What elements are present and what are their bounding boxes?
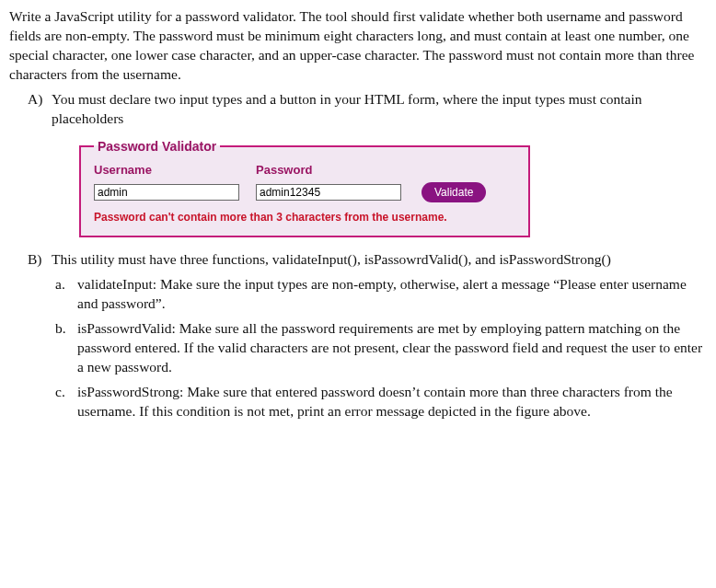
row-inputs: Validate xyxy=(94,182,515,202)
validator-fieldset: Password Validator Username Password Val… xyxy=(79,138,530,238)
item-a: A) You must declare two input types and … xyxy=(28,90,703,129)
row-labels: Username Password xyxy=(94,162,515,179)
subitem-c: c. isPasswordStrong: Make sure that ente… xyxy=(55,383,703,421)
subitem-b-text: isPassowrdValid: Make sure all the passw… xyxy=(77,319,703,377)
validator-legend: Password Validator xyxy=(94,138,220,156)
item-b-marker: B) xyxy=(28,250,52,270)
subitem-c-text: isPasswordStrong: Make sure that entered… xyxy=(77,383,703,421)
item-a-text: You must declare two input types and a b… xyxy=(52,90,703,129)
error-message: Password can't contain more than 3 chara… xyxy=(94,210,515,225)
password-input[interactable] xyxy=(256,184,401,201)
subitem-c-marker: c. xyxy=(55,383,77,421)
subitem-a-text: validateInput: Make sure the input types… xyxy=(77,275,703,314)
subitem-a: a. validateInput: Make sure the input ty… xyxy=(55,275,703,314)
item-a-marker: A) xyxy=(28,90,52,129)
subitem-a-marker: a. xyxy=(55,275,77,314)
subitem-b: b. isPassowrdValid: Make sure all the pa… xyxy=(55,319,703,377)
username-input[interactable] xyxy=(94,184,239,201)
username-label: Username xyxy=(94,162,256,179)
item-b-text: This utility must have three functions, … xyxy=(52,250,703,270)
subitem-b-marker: b. xyxy=(55,319,77,377)
validate-button[interactable]: Validate xyxy=(422,182,486,202)
password-label: Password xyxy=(256,162,418,179)
problem-intro: Write a JavaScript utility for a passwor… xyxy=(9,7,703,85)
validator-figure: Password Validator Username Password Val… xyxy=(77,138,703,238)
item-b: B) This utility must have three function… xyxy=(28,250,703,270)
